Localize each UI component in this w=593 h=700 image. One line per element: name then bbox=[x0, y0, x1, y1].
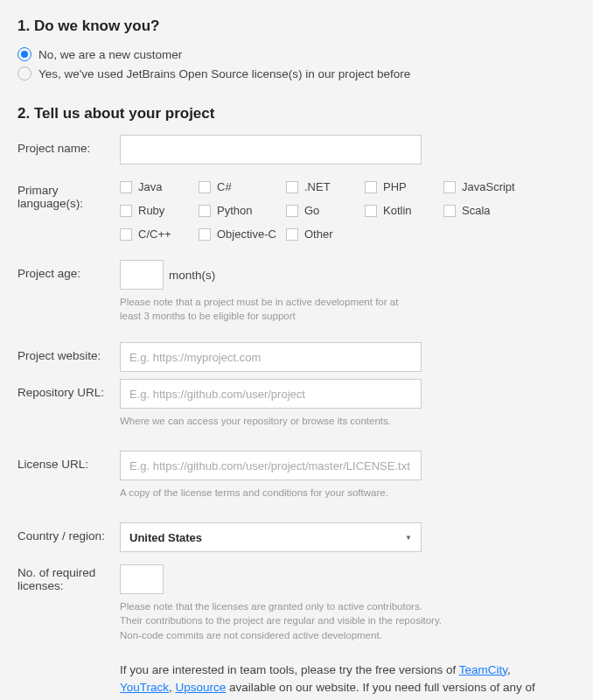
tools-text: If you are interested in team tools, ple… bbox=[120, 662, 557, 700]
language-grid: Java C# .NET PHP JavaScript Ruby Python … bbox=[120, 177, 576, 241]
row-licenses: No. of required licenses: Please note th… bbox=[17, 564, 576, 641]
label-project-name: Project name: bbox=[17, 135, 120, 155]
checkbox-javascript[interactable]: JavaScript bbox=[443, 180, 531, 193]
label-project-website: Project website: bbox=[17, 342, 120, 362]
note-licenses: Please note that the licenses are grante… bbox=[120, 599, 470, 641]
checkbox-java[interactable]: Java bbox=[120, 180, 199, 193]
checkbox-other[interactable]: Other bbox=[286, 228, 365, 241]
checkbox-python[interactable]: Python bbox=[199, 204, 286, 217]
section1-heading: 1. Do we know you? bbox=[17, 18, 576, 35]
note-repo: Where we can access your repository or b… bbox=[120, 414, 422, 428]
row-country: Country / region: United States ▼ bbox=[17, 522, 576, 552]
label-repo-url: Repository URL: bbox=[17, 379, 120, 399]
section-project: 2. Tell us about your project Project na… bbox=[17, 105, 576, 700]
input-project-age[interactable] bbox=[120, 260, 164, 290]
checkbox-kotlin[interactable]: Kotlin bbox=[365, 204, 443, 217]
radio-icon bbox=[17, 66, 31, 80]
input-license-url[interactable] bbox=[120, 451, 422, 480]
link-upsource[interactable]: Upsource bbox=[176, 681, 227, 694]
section-know-you: 1. Do we know you? No, we are a new cust… bbox=[17, 18, 576, 80]
section2-heading: 2. Tell us about your project bbox=[17, 105, 576, 122]
select-country[interactable]: United States ▼ bbox=[120, 522, 422, 552]
radio-existing-customer[interactable]: Yes, we've used JetBrains Open Source li… bbox=[17, 66, 576, 80]
checkbox-dotnet[interactable]: .NET bbox=[286, 180, 365, 193]
input-project-website[interactable] bbox=[120, 342, 422, 372]
checkbox-icon bbox=[286, 205, 298, 217]
row-tools-note: If you are interested in team tools, ple… bbox=[17, 662, 576, 700]
label-languages: Primary language(s): bbox=[17, 177, 120, 210]
checkbox-icon bbox=[199, 205, 211, 217]
link-youtrack[interactable]: YouTrack bbox=[120, 681, 169, 694]
radio-icon bbox=[17, 47, 31, 61]
checkbox-icon bbox=[199, 228, 211, 241]
label-license-url: License URL: bbox=[17, 451, 120, 471]
row-license-url: License URL: A copy of the license terms… bbox=[17, 451, 576, 500]
months-suffix: month(s) bbox=[169, 269, 215, 282]
checkbox-objc[interactable]: Objective-C bbox=[199, 228, 286, 241]
checkbox-go[interactable]: Go bbox=[286, 204, 365, 217]
checkbox-icon bbox=[443, 205, 456, 217]
label-licenses: No. of required licenses: bbox=[17, 564, 120, 592]
checkbox-ruby[interactable]: Ruby bbox=[120, 204, 199, 217]
row-project-name: Project name: bbox=[17, 135, 576, 164]
checkbox-icon bbox=[120, 181, 132, 193]
checkbox-icon bbox=[286, 181, 298, 193]
checkbox-icon bbox=[120, 228, 132, 241]
checkbox-icon bbox=[286, 228, 298, 241]
radio-existing-label: Yes, we've used JetBrains Open Source li… bbox=[38, 67, 410, 80]
checkbox-ccpp[interactable]: C/C++ bbox=[120, 228, 199, 241]
checkbox-icon bbox=[365, 205, 377, 217]
row-repo-url: Repository URL: Where we can access your… bbox=[17, 379, 576, 428]
checkbox-php[interactable]: PHP bbox=[365, 180, 443, 193]
row-project-website: Project website: bbox=[17, 342, 576, 372]
radio-new-label: No, we are a new customer bbox=[38, 48, 182, 61]
row-project-age: Project age: month(s) Please note that a… bbox=[17, 260, 576, 323]
checkbox-icon bbox=[120, 205, 132, 217]
input-project-name[interactable] bbox=[120, 135, 422, 164]
label-country: Country / region: bbox=[17, 522, 120, 542]
checkbox-icon bbox=[365, 181, 377, 193]
note-project-age: Please note that a project must be in ac… bbox=[120, 295, 422, 323]
row-languages: Primary language(s): Java C# .NET PHP Ja… bbox=[17, 177, 576, 241]
checkbox-icon bbox=[443, 181, 456, 193]
chevron-down-icon: ▼ bbox=[405, 534, 412, 542]
input-licenses[interactable] bbox=[120, 564, 164, 594]
link-teamcity[interactable]: TeamCity bbox=[459, 663, 507, 676]
input-repo-url[interactable] bbox=[120, 379, 422, 409]
note-license: A copy of the license terms and conditio… bbox=[120, 486, 422, 500]
label-project-age: Project age: bbox=[17, 260, 120, 280]
checkbox-csharp[interactable]: C# bbox=[199, 180, 286, 193]
radio-new-customer[interactable]: No, we are a new customer bbox=[17, 47, 576, 61]
select-country-value: United States bbox=[129, 531, 202, 544]
checkbox-icon bbox=[199, 181, 211, 193]
checkbox-scala[interactable]: Scala bbox=[443, 204, 531, 217]
